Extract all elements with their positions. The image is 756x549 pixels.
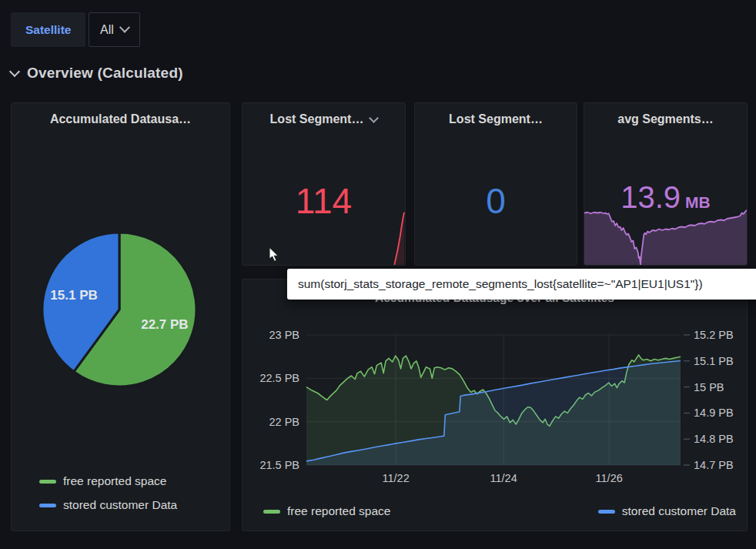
- panel-menu-chevron-icon[interactable]: [370, 113, 380, 123]
- variable-value-text: All: [100, 23, 114, 37]
- panel-lost-segments-1: Lost Segment… 114: [242, 102, 406, 266]
- legend-swatch: [263, 510, 280, 514]
- variable-label-satellite[interactable]: Satellite: [11, 12, 85, 47]
- svg-text:15 PB: 15 PB: [694, 381, 724, 393]
- legend-label: free reported space: [63, 474, 166, 488]
- legend-item-free-reported-space[interactable]: free reported space: [39, 474, 177, 488]
- legend-item-stored-customer-data[interactable]: stored customer Data: [598, 504, 736, 518]
- panel-title-text: avg Segments…: [617, 112, 713, 126]
- grafana-dashboard: Satellite All Overview (Calculated) Accu…: [0, 0, 756, 549]
- panel-lost-segments-2: Lost Segment… 0: [414, 102, 577, 266]
- pie-chart[interactable]: 22.7 PB15.1 PB: [12, 103, 229, 531]
- collapse-chevron-icon: [9, 65, 20, 76]
- legend-label: stored customer Data: [622, 504, 736, 518]
- svg-text:15.2 PB: 15.2 PB: [694, 329, 734, 341]
- panel-avg-segments: avg Segments… 13.9MB: [584, 102, 748, 266]
- svg-text:22.7 PB: 22.7 PB: [141, 317, 188, 332]
- legend-swatch: [598, 510, 615, 514]
- legend-label: stored customer Data: [63, 498, 177, 512]
- svg-text:11/22: 11/22: [383, 472, 410, 484]
- svg-text:15.1 PB: 15.1 PB: [50, 288, 97, 303]
- panel-accumulated-datausage-pie: Accumulated Datausa… 22.7 PB15.1 PB free…: [11, 102, 230, 531]
- svg-text:22.5 PB: 22.5 PB: [259, 372, 299, 384]
- panel-accumulated-datausage-timeseries: Accumulated Datausage over all Satellite…: [242, 279, 748, 531]
- legend-swatch: [39, 504, 56, 507]
- svg-text:22 PB: 22 PB: [269, 416, 300, 428]
- svg-text:15.1 PB: 15.1 PB: [694, 355, 734, 367]
- panel-title[interactable]: Lost Segment…: [415, 109, 577, 129]
- svg-text:11/24: 11/24: [490, 472, 517, 484]
- mouse-cursor: [269, 246, 281, 263]
- panel-title[interactable]: Accumulated Datausa…: [12, 109, 229, 129]
- svg-text:23 PB: 23 PB: [269, 329, 300, 341]
- query-tooltip-text: sum(storj_stats_storage_remote_segments_…: [298, 277, 703, 291]
- svg-text:11/26: 11/26: [596, 472, 623, 484]
- legend-label: free reported space: [287, 504, 390, 518]
- section-title: Overview (Calculated): [27, 65, 183, 82]
- avg-segments-sparkline: [584, 207, 747, 265]
- stat-value: 0: [415, 182, 577, 220]
- panel-title[interactable]: Lost Segment…: [243, 109, 405, 129]
- svg-text:21.5 PB: 21.5 PB: [259, 459, 299, 471]
- svg-text:14.7 PB: 14.7 PB: [694, 459, 734, 471]
- svg-text:14.9 PB: 14.9 PB: [694, 407, 734, 419]
- query-tooltip: sum(storj_stats_storage_remote_segments_…: [287, 269, 756, 300]
- timeseries-chart[interactable]: 23 PB22.5 PB22 PB21.5 PB11/2211/2411/261…: [243, 280, 747, 531]
- chevron-down-icon: [119, 22, 130, 32]
- legend-item-free-reported-space[interactable]: free reported space: [263, 504, 390, 518]
- legend-swatch: [39, 480, 56, 484]
- svg-text:14.8 PB: 14.8 PB: [694, 433, 734, 445]
- panel-title-text: Accumulated Datausa…: [50, 112, 191, 126]
- panel-title[interactable]: avg Segments…: [584, 109, 747, 129]
- lost-segments-sparkline: [243, 130, 405, 265]
- section-header-overview[interactable]: Overview (Calculated): [11, 65, 183, 82]
- variable-label-text: Satellite: [25, 23, 71, 37]
- panel-title-text: Lost Segment…: [449, 112, 543, 126]
- panel-title-text: Lost Segment…: [270, 112, 364, 126]
- legend-item-stored-customer-data[interactable]: stored customer Data: [39, 498, 177, 512]
- pie-legend: free reported space stored customer Data: [39, 474, 177, 512]
- variable-value-dropdown[interactable]: All: [89, 12, 140, 47]
